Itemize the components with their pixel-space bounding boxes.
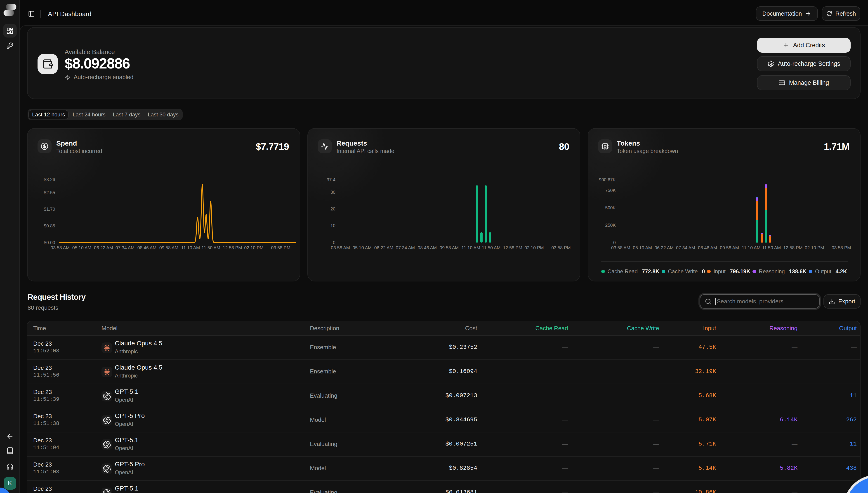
svg-text:09:58 AM: 09:58 AM <box>159 245 178 250</box>
svg-text:08:46 AM: 08:46 AM <box>698 245 717 250</box>
svg-text:$0.00: $0.00 <box>44 240 55 245</box>
svg-text:03:58 AM: 03:58 AM <box>331 245 350 250</box>
svg-text:07:34 AM: 07:34 AM <box>115 245 134 250</box>
svg-text:02:10 PM: 02:10 PM <box>244 245 264 250</box>
svg-text:11:10 AM: 11:10 AM <box>742 245 760 250</box>
svg-text:03:58 PM: 03:58 PM <box>271 245 290 250</box>
svg-text:$3.26: $3.26 <box>44 177 55 182</box>
svg-text:37.4: 37.4 <box>327 177 335 182</box>
svg-text:07:34 AM: 07:34 AM <box>676 245 695 250</box>
svg-text:10: 10 <box>330 223 335 228</box>
svg-text:$2.55: $2.55 <box>44 190 55 195</box>
svg-text:08:46 AM: 08:46 AM <box>418 245 437 250</box>
svg-text:$0.85: $0.85 <box>44 223 55 228</box>
svg-text:09:58 AM: 09:58 AM <box>720 245 739 250</box>
svg-text:11:50 AM: 11:50 AM <box>202 245 220 250</box>
svg-text:11:50 AM: 11:50 AM <box>762 245 781 250</box>
svg-text:02:10 PM: 02:10 PM <box>524 245 544 250</box>
svg-text:12:58 PM: 12:58 PM <box>223 245 242 250</box>
svg-text:900.67K: 900.67K <box>599 177 616 182</box>
svg-text:06:22 AM: 06:22 AM <box>94 245 113 250</box>
svg-text:0: 0 <box>613 240 615 245</box>
svg-text:750K: 750K <box>605 188 616 193</box>
svg-text:11:10 AM: 11:10 AM <box>181 245 200 250</box>
svg-text:03:58 AM: 03:58 AM <box>51 245 70 250</box>
svg-text:07:34 AM: 07:34 AM <box>396 245 415 250</box>
svg-text:12:58 PM: 12:58 PM <box>503 245 522 250</box>
svg-text:05:10 AM: 05:10 AM <box>72 245 91 250</box>
svg-text:20: 20 <box>330 207 335 211</box>
svg-text:$1.70: $1.70 <box>44 207 55 212</box>
svg-text:03:58 PM: 03:58 PM <box>551 245 571 250</box>
svg-text:03:58 AM: 03:58 AM <box>611 245 630 250</box>
svg-text:0: 0 <box>333 240 335 245</box>
svg-text:06:22 AM: 06:22 AM <box>374 245 393 250</box>
svg-text:06:22 AM: 06:22 AM <box>654 245 673 250</box>
svg-text:08:46 AM: 08:46 AM <box>137 245 156 250</box>
svg-text:09:58 AM: 09:58 AM <box>440 245 459 250</box>
svg-text:250K: 250K <box>605 223 616 228</box>
svg-text:05:10 AM: 05:10 AM <box>633 245 652 250</box>
svg-text:11:10 AM: 11:10 AM <box>461 245 480 250</box>
svg-text:30: 30 <box>330 190 335 195</box>
svg-text:500K: 500K <box>605 205 616 210</box>
svg-text:03:58 PM: 03:58 PM <box>831 245 851 250</box>
svg-text:02:10 PM: 02:10 PM <box>805 245 824 250</box>
svg-text:11:50 AM: 11:50 AM <box>482 245 500 250</box>
svg-text:12:58 PM: 12:58 PM <box>783 245 803 250</box>
svg-text:05:10 AM: 05:10 AM <box>353 245 372 250</box>
